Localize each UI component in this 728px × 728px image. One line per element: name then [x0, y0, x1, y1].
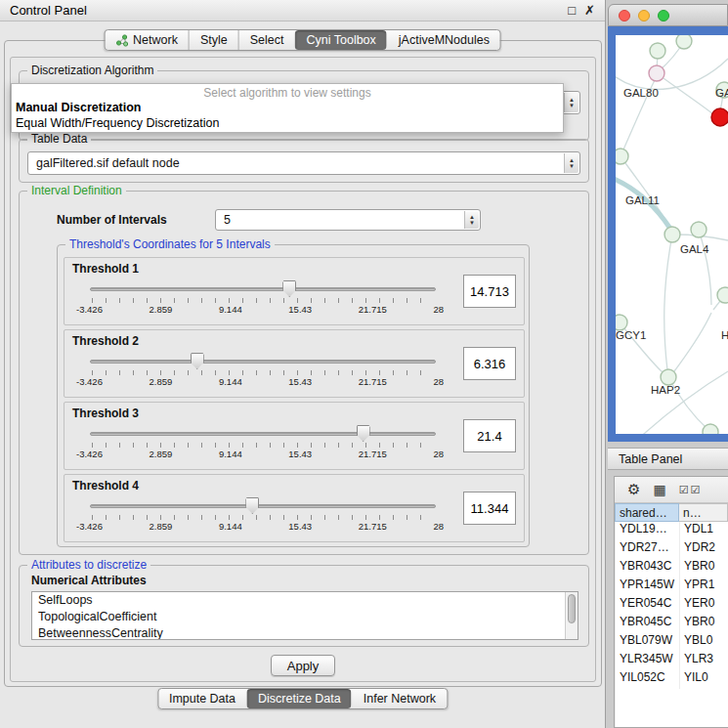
table-panel-header[interactable]: Table Panel [608, 448, 728, 470]
slider-track[interactable] [90, 287, 436, 291]
select-rows-icons[interactable]: ☑☑ [679, 484, 703, 496]
slider-thumb[interactable] [191, 353, 204, 369]
threshold-slider[interactable]: -3.426 2.859 9.144 15.43 21.715 28 [90, 498, 436, 534]
close-traffic-light[interactable] [619, 10, 630, 21]
slider-track[interactable] [90, 504, 436, 508]
tick-label: 9.144 [219, 449, 242, 459]
cell[interactable]: YDL1 [680, 522, 728, 540]
close-window-icon[interactable]: ✗ [584, 4, 595, 17]
network-node[interactable] [649, 65, 664, 81]
slider-thumb[interactable] [357, 425, 370, 442]
cell[interactable]: YER054C [616, 596, 680, 615]
table-row[interactable]: YBR045C YBR0 [616, 615, 728, 633]
cell[interactable]: YDR2 [680, 540, 728, 559]
network-node[interactable] [650, 43, 665, 59]
network-window-titlebar[interactable] [608, 4, 728, 26]
network-canvas[interactable]: GAL80 GA GAL11 GAL4 GCY1 HAP2 H [616, 35, 728, 434]
tab-infer-network[interactable]: Infer Network [352, 689, 447, 708]
threshold-slider[interactable]: -3.426 2.859 9.144 15.43 21.715 28 [90, 354, 436, 389]
zoom-traffic-light[interactable] [658, 10, 669, 21]
network-node[interactable] [661, 369, 676, 385]
cell[interactable]: YBL0 [680, 633, 728, 652]
cell[interactable]: YLR345W [616, 652, 680, 670]
tick-label: -3.426 [76, 449, 103, 459]
cell[interactable]: YBL079W [616, 633, 680, 652]
list-scrollbar[interactable] [565, 592, 578, 639]
cell[interactable]: YPR1 [680, 578, 728, 596]
network-node[interactable] [616, 315, 627, 330]
cell[interactable]: YPR145W [616, 578, 680, 596]
attributes-list[interactable]: SelfLoops TopologicalCoefficient Between… [31, 591, 578, 640]
tab-select[interactable]: Select [238, 30, 295, 50]
list-item[interactable]: TopologicalCoefficient [32, 609, 578, 625]
cell[interactable]: YDL19… [616, 522, 680, 540]
columns-icon[interactable]: ▦ [653, 482, 665, 497]
tab-network[interactable]: Network [105, 30, 189, 50]
network-node[interactable] [717, 287, 728, 303]
slider-tick-marks [92, 298, 434, 303]
column-header-name[interactable]: n… [679, 503, 728, 522]
threshold-value-field[interactable]: 14.713 [463, 275, 516, 308]
selected-red-node[interactable] [711, 108, 728, 126]
table-row[interactable]: YLR345W YLR3 [616, 652, 728, 670]
table-row[interactable]: YBL079W YBL0 [616, 633, 728, 652]
slider-thumb[interactable] [245, 497, 259, 514]
num-intervals-combobox[interactable]: 5 ▲▼ [215, 209, 481, 231]
threshold-value-field[interactable]: 21.4 [463, 419, 516, 452]
table-row[interactable]: YER054C YER0 [616, 596, 728, 615]
combo-value: galFiltered.sif default node [36, 152, 180, 174]
cell[interactable]: YBR043C [616, 559, 680, 578]
table-row[interactable]: YIL052C YIL0 [616, 670, 728, 689]
table-row[interactable]: YDL19… YDL1 [616, 522, 728, 540]
tab-discretize-data[interactable]: Discretize Data [246, 689, 352, 708]
table-row[interactable]: YBR043C YBR0 [616, 559, 728, 578]
tick-label: 2.859 [150, 521, 173, 532]
tab-jactivemodules[interactable]: jActiveMNodules [387, 30, 500, 50]
gear-icon[interactable]: ⚙ [627, 481, 640, 498]
threshold-slider[interactable]: -3.426 2.859 9.144 15.43 21.715 28 [90, 281, 436, 317]
tab-impute-data[interactable]: Impute Data [158, 689, 246, 708]
cell[interactable]: YLR3 [680, 652, 728, 670]
slider-track[interactable] [90, 432, 436, 436]
network-node[interactable] [676, 35, 692, 49]
slider-tick-labels: -3.426 2.859 9.144 15.43 21.715 28 [76, 304, 444, 315]
dropdown-option-manual[interactable]: Manual Discretization [12, 101, 563, 114]
cell[interactable]: YBR045C [616, 615, 680, 633]
table-data-group: Table Data galFiltered.sif default node … [19, 139, 589, 183]
checkbox-icon[interactable]: ☑ [679, 484, 691, 495]
list-item[interactable]: BetweennessCentrality [32, 625, 578, 640]
network-node[interactable] [664, 227, 680, 242]
threshold-value-field[interactable]: 6.316 [463, 347, 516, 380]
cell[interactable]: YIL0 [680, 670, 728, 689]
combo-spinner-icon[interactable]: ▲▼ [564, 93, 578, 112]
float-window-icon[interactable]: □ [568, 4, 576, 17]
table-data-combobox[interactable]: galFiltered.sif default node ▲▼ [27, 151, 580, 175]
cell[interactable]: YIL052C [616, 670, 680, 689]
thresholds-group: Threshold's Coordinates for 5 Intervals … [57, 244, 530, 547]
table-row[interactable]: YPR145W YPR1 [616, 578, 728, 596]
minimize-traffic-light[interactable] [638, 10, 650, 21]
slider-thumb[interactable] [282, 280, 296, 297]
table-row[interactable]: YDR27… YDR2 [616, 540, 728, 559]
combo-spinner-icon[interactable]: ▲▼ [564, 153, 578, 173]
slider-track[interactable] [90, 360, 436, 364]
network-node[interactable] [616, 149, 628, 164]
threshold-value-field[interactable]: 11.344 [463, 492, 516, 525]
cell[interactable]: YBR0 [680, 559, 728, 578]
tab-style[interactable]: Style [189, 30, 238, 50]
scrollbar-thumb[interactable] [568, 594, 576, 623]
list-item[interactable]: SelfLoops [32, 592, 578, 609]
cell[interactable]: YBR0 [680, 615, 728, 633]
threshold-slider[interactable]: -3.426 2.859 9.144 15.43 21.715 28 [90, 426, 436, 461]
tab-cyni-toolbox[interactable]: Cyni Toolbox [294, 30, 386, 50]
network-node[interactable] [691, 222, 707, 237]
network-node[interactable] [703, 424, 718, 434]
cell[interactable]: YDR27… [616, 540, 680, 559]
combo-spinner-icon[interactable]: ▲▼ [464, 211, 479, 229]
checkbox-icon[interactable]: ☑ [691, 484, 703, 495]
dropdown-option-equal-width[interactable]: Equal Width/Frequency Discretization [12, 116, 563, 130]
column-header-shared-name[interactable]: shared… [615, 503, 679, 522]
cell[interactable]: YER0 [680, 596, 728, 615]
table-panel-title: Table Panel [619, 452, 682, 466]
apply-button[interactable]: Apply [271, 655, 335, 676]
